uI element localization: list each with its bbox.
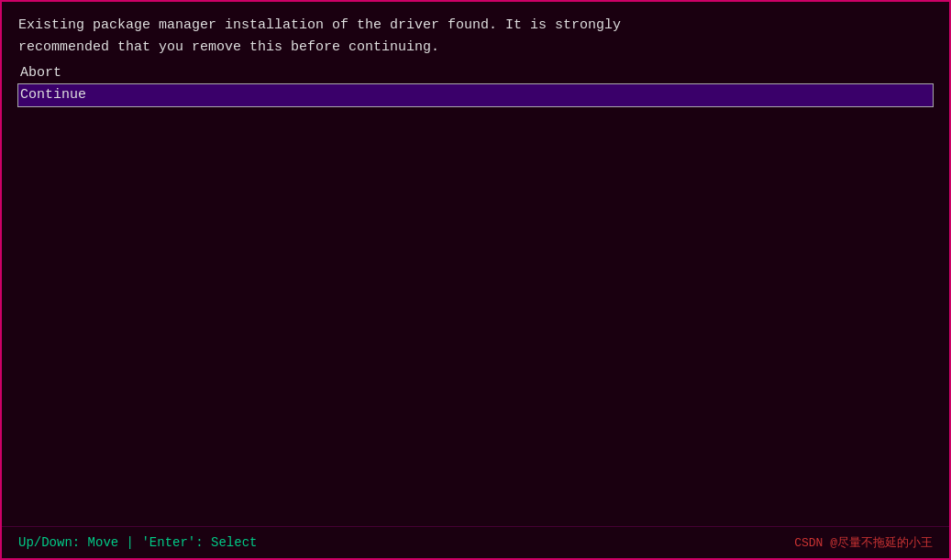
footer-branding: CSDN @尽量不拖延的小王 (794, 534, 933, 551)
menu-item-continue[interactable]: Continue (18, 84, 933, 106)
message-text: Existing package manager installation of… (18, 15, 933, 59)
terminal-body: Existing package manager installation of… (2, 2, 949, 526)
footer-controls: Up/Down: Move | 'Enter': Select (18, 535, 257, 550)
terminal-footer: Up/Down: Move | 'Enter': Select CSDN @尽量… (2, 526, 949, 558)
terminal-window: Existing package manager installation of… (0, 0, 951, 560)
menu-list: Abort Continue (18, 62, 933, 106)
menu-item-abort[interactable]: Abort (18, 62, 933, 84)
